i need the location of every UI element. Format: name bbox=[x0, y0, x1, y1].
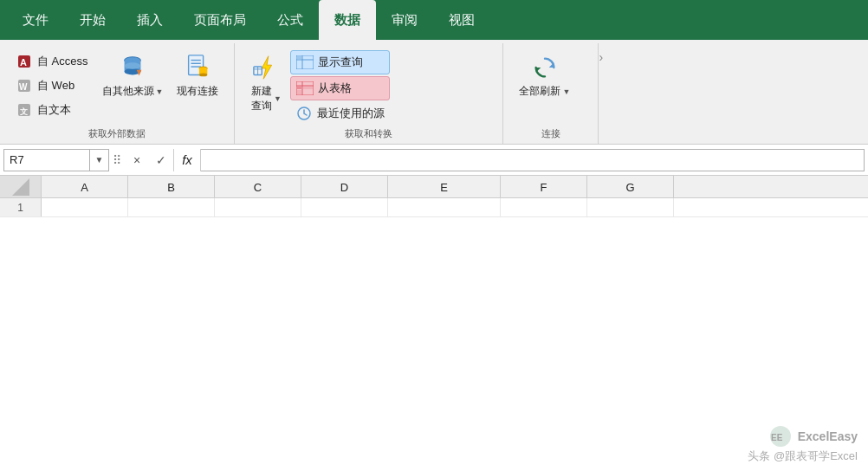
ribbon: A 自 Access W 自 Web bbox=[0, 40, 868, 145]
tab-home[interactable]: 开始 bbox=[64, 0, 121, 40]
col-header-a[interactable]: A bbox=[42, 176, 128, 198]
cell-d1[interactable] bbox=[301, 198, 388, 216]
cell-c1[interactable] bbox=[215, 198, 301, 216]
watermark-logo: ExcelEasy bbox=[798, 429, 858, 443]
access-icon: A bbox=[16, 53, 33, 70]
svg-point-17 bbox=[199, 74, 207, 77]
formula-input[interactable] bbox=[201, 149, 865, 171]
tab-bar: 文件 开始 插入 页面布局 公式 数据 审阅 视图 bbox=[0, 0, 868, 40]
tab-formula[interactable]: 公式 bbox=[262, 0, 319, 40]
show-query-label: 显示查询 bbox=[318, 55, 363, 70]
group-connections-label: 连接 bbox=[510, 125, 591, 144]
svg-text:A: A bbox=[20, 57, 27, 68]
group-transform-label: 获取和转换 bbox=[242, 125, 496, 144]
formula-cancel-btn[interactable]: × bbox=[125, 149, 149, 171]
svg-rect-31 bbox=[297, 90, 301, 94]
tab-review[interactable]: 审阅 bbox=[376, 0, 433, 40]
row-num-header bbox=[0, 176, 42, 197]
col-header-b[interactable]: B bbox=[128, 176, 215, 198]
text-icon: 文 bbox=[16, 101, 33, 119]
new-query-button[interactable]: 新建 查询 ▼ bbox=[245, 50, 287, 117]
col-header-f[interactable]: F bbox=[501, 176, 587, 198]
formula-bar: R7 ▼ ⠿ × ✓ fx bbox=[0, 145, 868, 176]
tab-view[interactable]: 视图 bbox=[433, 0, 490, 40]
more-indicator: › bbox=[599, 43, 619, 144]
show-query-icon bbox=[296, 54, 314, 71]
watermark-logo-icon: EE bbox=[768, 424, 793, 448]
svg-marker-34 bbox=[536, 68, 541, 73]
svg-rect-29 bbox=[297, 87, 301, 89]
name-box[interactable]: R7 bbox=[3, 149, 90, 171]
new-query-label: 新建 查询 bbox=[251, 84, 272, 113]
tab-file[interactable]: 文件 bbox=[7, 0, 64, 40]
cell-a1[interactable] bbox=[42, 198, 128, 216]
svg-rect-30 bbox=[303, 87, 313, 89]
tab-insert[interactable]: 插入 bbox=[121, 0, 178, 40]
svg-rect-25 bbox=[297, 56, 301, 59]
existing-conn-icon bbox=[184, 54, 211, 81]
formula-fx-label[interactable]: fx bbox=[173, 149, 201, 171]
cell-e1[interactable] bbox=[388, 198, 501, 216]
formula-divider: ⠿ bbox=[109, 149, 125, 171]
ribbon-group-transform: 新建 查询 ▼ bbox=[235, 43, 503, 144]
refresh-all-label: 全部刷新 bbox=[519, 84, 560, 99]
new-query-arrow: ▼ bbox=[274, 94, 282, 103]
recent-sources-icon bbox=[295, 105, 313, 122]
text-label: 自文本 bbox=[37, 102, 71, 118]
ribbon-group-external: A 自 Access W 自 Web bbox=[0, 43, 235, 144]
watermark-text: 头条 @跟表哥学Excel bbox=[748, 448, 858, 464]
access-label: 自 Access bbox=[37, 54, 88, 69]
recent-sources-label: 最近使用的源 bbox=[317, 106, 385, 121]
formula-confirm-btn[interactable]: ✓ bbox=[149, 149, 173, 171]
access-button[interactable]: A 自 Access bbox=[10, 50, 94, 73]
col-header-g[interactable]: G bbox=[587, 176, 674, 198]
sheet-header: A B C D E F G bbox=[0, 176, 868, 198]
from-table-icon bbox=[296, 80, 314, 97]
group-external-label: 获取外部数据 bbox=[7, 125, 227, 144]
svg-text:W: W bbox=[19, 82, 28, 92]
sheet-rows: 1 bbox=[0, 198, 868, 217]
svg-marker-35 bbox=[12, 178, 29, 196]
svg-text:EE: EE bbox=[771, 433, 783, 442]
existing-conn-label: 现有连接 bbox=[177, 84, 218, 99]
small-btn-column: A 自 Access W 自 Web bbox=[10, 50, 94, 121]
svg-point-9 bbox=[125, 62, 141, 69]
text-button[interactable]: 文 自文本 bbox=[10, 99, 94, 121]
other-sources-label: 自其他来源 bbox=[102, 84, 154, 99]
web-button[interactable]: W 自 Web bbox=[10, 74, 94, 97]
svg-marker-18 bbox=[262, 56, 272, 79]
other-sources-arrow: ▼ bbox=[156, 87, 164, 96]
refresh-all-button[interactable]: 全部刷新 ▼ bbox=[514, 50, 575, 102]
transform-small-col: 显示查询 bbox=[290, 50, 390, 125]
formula-actions: × ✓ bbox=[125, 149, 173, 171]
svg-marker-33 bbox=[549, 62, 554, 68]
cell-f1[interactable] bbox=[501, 198, 587, 216]
tab-data[interactable]: 数据 bbox=[319, 0, 376, 40]
svg-text:文: 文 bbox=[20, 107, 28, 116]
watermark: EE ExcelEasy 头条 @跟表哥学Excel bbox=[748, 424, 858, 464]
recent-sources-button[interactable]: 最近使用的源 bbox=[290, 102, 390, 125]
refresh-all-arrow: ▼ bbox=[562, 87, 570, 96]
tab-page-layout[interactable]: 页面布局 bbox=[178, 0, 262, 40]
name-box-dropdown[interactable]: ▼ bbox=[90, 149, 109, 171]
col-header-d[interactable]: D bbox=[301, 176, 388, 198]
table-row: 1 bbox=[0, 198, 868, 217]
other-sources-button[interactable]: 自其他来源 ▼ bbox=[97, 50, 169, 102]
new-query-icon bbox=[252, 54, 280, 81]
other-sources-icon bbox=[119, 54, 146, 81]
col-header-e[interactable]: E bbox=[388, 176, 501, 198]
row-num-1: 1 bbox=[0, 198, 42, 216]
web-label: 自 Web bbox=[37, 78, 74, 94]
refresh-all-icon bbox=[531, 54, 559, 81]
existing-conn-button[interactable]: 现有连接 bbox=[172, 50, 223, 102]
from-table-button[interactable]: 从表格 bbox=[290, 76, 390, 100]
from-table-label: 从表格 bbox=[318, 81, 352, 96]
col-header-c[interactable]: C bbox=[215, 176, 301, 198]
ribbon-group-connections: 全部刷新 ▼ 连接 bbox=[503, 43, 599, 144]
web-icon: W bbox=[16, 77, 33, 94]
show-query-button[interactable]: 显示查询 bbox=[290, 50, 390, 74]
cell-g1[interactable] bbox=[587, 198, 674, 216]
cell-b1[interactable] bbox=[128, 198, 215, 216]
